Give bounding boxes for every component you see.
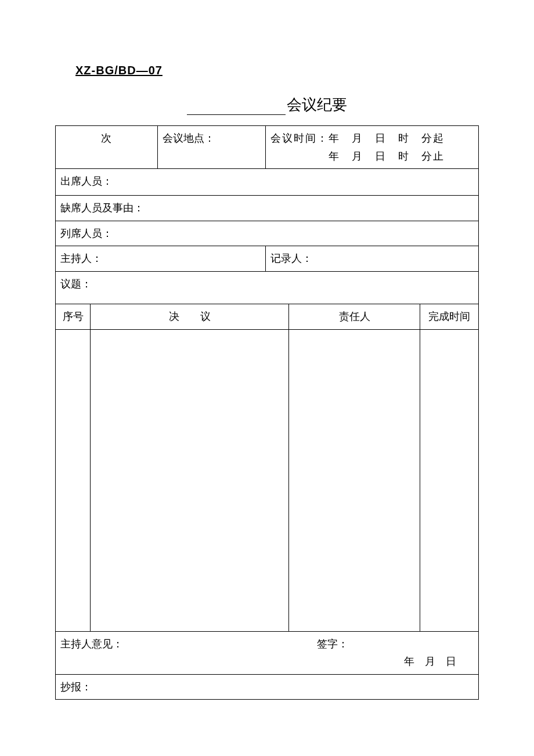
- cell-topic: 议题：: [56, 271, 479, 304]
- signature-label: 签字：: [317, 635, 474, 653]
- cell-attendees: 出席人员：: [56, 169, 479, 196]
- cell-location: 会议地点：: [157, 126, 265, 169]
- cell-host: 主持人：: [56, 246, 266, 272]
- nonvoting-label: 列席人员：: [60, 228, 113, 239]
- row-nonvoting: 列席人员：: [56, 221, 479, 246]
- recorder-label: 记录人：: [270, 253, 312, 264]
- col-deadline: 完成时间: [420, 304, 479, 329]
- row-host-recorder: 主持人： 记录人：: [56, 246, 479, 272]
- attendees-label: 出席人员：: [60, 175, 113, 187]
- row-cc: 抄报：: [56, 674, 479, 700]
- col-seq: 序号: [56, 304, 91, 329]
- cell-resolution-body: [91, 329, 289, 631]
- cell-time: 会议时间：年 月 日 时 分起 会议时间：年 月 日 时 分止: [265, 126, 478, 169]
- cell-host-opinion: 主持人意见： 签字： 年 月 日: [56, 631, 479, 674]
- row-column-headers: 序号 决 议 责任人 完成时间: [56, 304, 479, 329]
- cell-nonvoting: 列席人员：: [56, 221, 479, 246]
- row-attendees: 出席人员：: [56, 169, 479, 196]
- document-title: 会议纪要: [55, 95, 479, 115]
- cell-cc: 抄报：: [56, 674, 479, 700]
- title-blank-line: [187, 114, 286, 115]
- row-session-location-time: 次 会议地点： 会议时间：年 月 日 时 分起 会议时间：年 月 日 时 分止: [56, 126, 479, 169]
- host-label: 主持人：: [60, 253, 102, 264]
- cell-seq-body: [56, 329, 91, 631]
- title-suffix: 会议纪要: [287, 96, 347, 113]
- cell-session: 次: [56, 126, 158, 169]
- page: XZ-BG/BD—07 会议纪要 次 会议地点： 会议时间：年 月 日 时 分起…: [0, 0, 534, 735]
- cc-label: 抄报：: [60, 681, 92, 693]
- absentees-label: 缺席人员及事由：: [60, 202, 144, 214]
- host-opinion-label: 主持人意见：: [60, 635, 123, 653]
- col-resolution: 决 议: [91, 304, 289, 329]
- topic-label: 议题：: [60, 278, 92, 290]
- session-suffix: 次: [101, 132, 111, 144]
- row-absentees: 缺席人员及事由：: [56, 196, 479, 221]
- row-topic: 议题：: [56, 271, 479, 304]
- time-line2: 年 月 日 时 分止: [329, 150, 445, 162]
- time-label: 会议时间：: [270, 132, 329, 144]
- row-resolution-body: [56, 329, 479, 631]
- cell-absentees: 缺席人员及事由：: [56, 196, 479, 221]
- cell-recorder: 记录人：: [265, 246, 478, 272]
- cell-deadline-body: [420, 329, 479, 631]
- location-label: 会议地点：: [163, 132, 215, 144]
- cell-owner-body: [289, 329, 420, 631]
- document-code: XZ-BG/BD—07: [75, 64, 479, 77]
- col-owner: 责任人: [289, 304, 420, 329]
- signature-date-line: 年 月 日: [60, 653, 474, 671]
- time-line1: 年 月 日 时 分起: [329, 132, 445, 144]
- row-host-opinion: 主持人意见： 签字： 年 月 日: [56, 631, 479, 674]
- meeting-form-table: 次 会议地点： 会议时间：年 月 日 时 分起 会议时间：年 月 日 时 分止 …: [55, 125, 479, 700]
